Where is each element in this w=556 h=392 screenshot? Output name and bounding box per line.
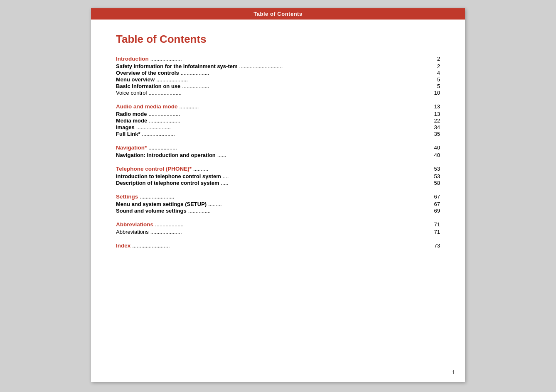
toc-entry: Voice control......................10	[116, 90, 440, 96]
toc-page-number: 40	[430, 145, 440, 151]
toc-entry-label: Menu overview	[116, 76, 155, 83]
toc-entry-label: Introduction to telephone control system	[116, 173, 221, 179]
toc-entry: Images.......................34	[116, 124, 440, 130]
toc-page-number: 13	[430, 103, 440, 110]
toc-dots: .............	[180, 103, 428, 110]
toc-page-number: 35	[430, 131, 440, 137]
toc-page-number: 69	[430, 208, 440, 214]
toc-page-number: 4	[430, 70, 440, 76]
toc-entry-label: Images	[116, 124, 135, 130]
toc-page-number: 53	[430, 166, 440, 172]
toc-page-number: 5	[430, 83, 440, 89]
toc-entry-label: Menu and system settings (SETUP)	[116, 201, 207, 207]
toc-dots: ......	[217, 152, 428, 158]
toc-dots: .....................	[150, 56, 428, 62]
toc-heading-label: Index	[116, 243, 130, 249]
toc-entry: Sound and volume settings...............…	[116, 208, 440, 214]
toc-dots: .........	[208, 201, 428, 207]
toc-section-abbreviations: Abbreviations...................71Abbrev…	[116, 221, 440, 235]
toc-heading-label: Navigation*	[116, 145, 147, 151]
toc-dots: ......................	[148, 90, 428, 96]
toc-entry-label: Full Link*	[116, 131, 140, 137]
toc-heading-label: Audio and media mode	[116, 103, 178, 110]
toc-entry: Abbreviations.....................71	[116, 229, 440, 235]
toc-entry-label: Radio mode	[116, 111, 147, 117]
content-area: Table of Contents Introduction..........…	[91, 20, 465, 273]
toc-container: Introduction.....................2Safety…	[116, 56, 440, 249]
toc-heading-label: Telephone control (PHONE)*	[116, 166, 192, 172]
toc-dots: .............................	[239, 63, 428, 69]
toc-entry: Overview of the controls................…	[116, 70, 440, 76]
toc-page-number: 40	[430, 152, 440, 158]
toc-dots: ..................	[182, 83, 428, 89]
toc-section-audio: Audio and media mode.............13Radio…	[116, 103, 440, 137]
toc-section-navigation: Navigation*...................40Navigati…	[116, 145, 440, 158]
toc-entry-label: Basic information on use	[116, 83, 180, 89]
toc-dots: .......................	[136, 124, 428, 130]
toc-dots: .....................	[150, 229, 428, 235]
toc-heading-label: Abbreviations	[116, 221, 153, 228]
toc-page-number: 53	[430, 173, 440, 179]
toc-heading-abbreviations: Abbreviations...................71	[116, 221, 440, 228]
toc-heading-navigation: Navigation*...................40	[116, 145, 440, 151]
toc-page-number: 71	[430, 229, 440, 235]
toc-page-number: 13	[430, 111, 440, 117]
toc-entry: Basic information on use................…	[116, 83, 440, 89]
toc-entry-label: Voice control	[116, 90, 147, 96]
toc-dots: .....................	[148, 111, 428, 117]
toc-entry-label: Media mode	[116, 118, 147, 124]
toc-heading-settings: Settings.......................67	[116, 194, 440, 200]
toc-heading-label: Settings	[116, 194, 138, 200]
toc-heading-label: Introduction	[116, 56, 149, 62]
toc-page-number: 67	[430, 194, 440, 200]
page-number: 1	[452, 370, 455, 375]
toc-page-number: 10	[430, 90, 440, 96]
toc-section-index: Index.........................73	[116, 243, 440, 249]
toc-heading-telephone: Telephone control (PHONE)*..........53	[116, 166, 440, 172]
document-page: Table of Contents Table of Contents Intr…	[91, 8, 465, 382]
toc-entry: Introduction to telephone control system…	[116, 173, 440, 179]
toc-heading-index: Index.........................73	[116, 243, 440, 249]
page-title: Table of Contents	[116, 33, 440, 46]
toc-page-number: 5	[430, 76, 440, 83]
header-bar: Table of Contents	[91, 8, 465, 20]
header-title: Table of Contents	[253, 11, 302, 17]
toc-dots: .......................	[140, 194, 428, 200]
toc-dots: ..........	[193, 166, 428, 172]
toc-page-number: 73	[430, 243, 440, 249]
toc-section-telephone: Telephone control (PHONE)*..........53In…	[116, 166, 440, 186]
toc-dots: .....................	[149, 118, 428, 124]
toc-section-introduction: Introduction.....................2Safety…	[116, 56, 440, 96]
toc-heading-audio: Audio and media mode.............13	[116, 103, 440, 110]
toc-entry-label: Sound and volume settings	[116, 208, 187, 214]
toc-dots: ....	[223, 173, 428, 179]
toc-entry: Full Link*......................35	[116, 131, 440, 137]
toc-entry: Navigation: introduction and operation..…	[116, 152, 440, 158]
toc-page-number: 2	[430, 56, 440, 62]
toc-entry: Radio mode.....................13	[116, 111, 440, 117]
toc-entry: Menu and system settings (SETUP)........…	[116, 201, 440, 207]
toc-section-settings: Settings.......................67Menu an…	[116, 194, 440, 214]
toc-dots: .....	[221, 180, 429, 186]
toc-dots: ...............	[188, 208, 428, 214]
toc-page-number: 71	[430, 221, 440, 228]
toc-dots: .........................	[132, 243, 428, 249]
toc-dots: .....................	[156, 76, 428, 83]
toc-dots: ...................	[181, 70, 428, 76]
toc-entry-label: Navigation: introduction and operation	[116, 152, 216, 158]
toc-entry: Safety information for the infotainment …	[116, 63, 440, 69]
toc-page-number: 34	[430, 124, 440, 130]
toc-entry-label: Description of telephone control system	[116, 180, 219, 186]
toc-page-number: 2	[430, 63, 440, 69]
toc-dots: ......................	[142, 131, 429, 137]
toc-dots: ...................	[155, 221, 428, 228]
toc-entry-label: Overview of the controls	[116, 70, 179, 76]
toc-entry: Menu overview.....................5	[116, 76, 440, 83]
toc-page-number: 22	[430, 118, 440, 124]
toc-entry-label: Abbreviations	[116, 229, 149, 235]
toc-entry: Description of telephone control system.…	[116, 180, 440, 186]
toc-page-number: 67	[430, 201, 440, 207]
toc-page-number: 58	[430, 180, 440, 186]
toc-heading-introduction: Introduction.....................2	[116, 56, 440, 62]
toc-entry-label: Safety information for the infotainment …	[116, 63, 238, 69]
